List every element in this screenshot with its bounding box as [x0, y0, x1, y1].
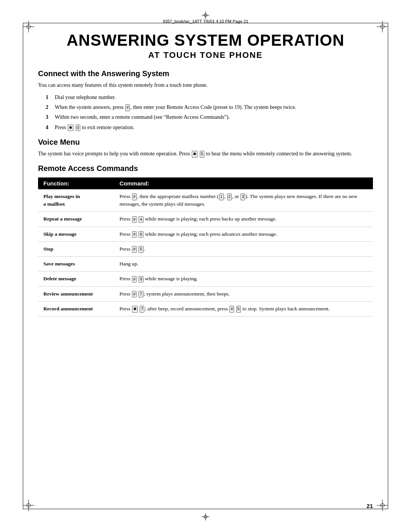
step-4-num: 4 — [46, 123, 51, 132]
reg-mark-tr — [377, 21, 388, 32]
col-function-header: Function: — [38, 177, 114, 189]
command-cell: Hang up. — [114, 257, 373, 272]
border-right — [388, 23, 388, 509]
remote-access-heading: Remote Access Commands — [38, 164, 373, 173]
table-row: Record announcement Press ✱ 7; after bee… — [38, 301, 373, 316]
function-cell: Skip a message — [38, 227, 114, 241]
command-cell: Press # 5. — [114, 241, 373, 256]
voice-menu-text: The system has voice prompts to help you… — [38, 150, 373, 158]
key-7-r8: 7 — [140, 306, 144, 312]
key-star-r8: ✱ — [132, 306, 138, 312]
function-cell: Review announcement — [38, 286, 114, 301]
page-container: 9357_book/wc_1ATT 7/6/01 4:10 PM Page 21… — [0, 0, 411, 532]
function-cell: Save messages — [38, 257, 114, 272]
crosshair-bottom — [202, 513, 209, 521]
key-hash-r1: # — [132, 193, 137, 200]
step-1-num: 1 — [46, 93, 51, 102]
key-hash-r3: # — [132, 231, 137, 238]
table-row: Save messages Hang up. — [38, 257, 373, 272]
table-row: Play messages ina mailbox Press #, then … — [38, 189, 373, 212]
key-hash-r4: # — [132, 246, 137, 252]
connect-steps-list: 1 Dial your telephone number. 2 When the… — [46, 93, 373, 132]
key-7: 7 — [139, 291, 143, 297]
step-3: 3 Within two seconds, enter a remote com… — [46, 113, 373, 121]
command-cell: Press #, then the appropriate mailbox nu… — [114, 189, 373, 212]
border-top — [23, 23, 388, 23]
voice-menu-heading: Voice Menu — [38, 138, 373, 147]
table-header-row: Function: Command: — [38, 177, 373, 189]
function-cell: Delete message — [38, 272, 114, 286]
key-star-0: ✱ — [68, 125, 73, 131]
key-5: 5 — [200, 151, 204, 157]
key-5-r8: 5 — [236, 306, 241, 312]
key-hash-r2: # — [132, 216, 137, 223]
step-1: 1 Dial your telephone number. — [46, 93, 373, 102]
key-6: 6 — [139, 231, 143, 238]
function-cell: Record announcement — [38, 301, 114, 316]
reg-mark-br — [377, 500, 388, 511]
main-title: ANSWERING SYSTEM OPERATION — [38, 31, 373, 50]
key-hash: # — [125, 104, 130, 111]
col-command-header: Command: — [114, 177, 373, 189]
table-row: Stop Press # 5. — [38, 241, 373, 256]
command-cell: Press # 7; system plays announcement, th… — [114, 286, 373, 301]
command-cell: Press # 6 while message is playing; each… — [114, 227, 373, 241]
commands-table: Function: Command: Play messages ina mai… — [38, 177, 373, 316]
function-cell: Repeat a message — [38, 212, 114, 227]
command-cell: Press # 9 while message is playing. — [114, 272, 373, 286]
connect-heading: Connect with the Answering System — [38, 69, 373, 78]
key-star: ✱ — [192, 151, 198, 157]
connect-intro: You can access many features of this sys… — [38, 81, 373, 89]
step-1-text: Dial your telephone number. — [55, 93, 116, 102]
command-cell: Press # 4 while message is playing; each… — [114, 212, 373, 227]
table-row: Delete message Press # 9 while message i… — [38, 272, 373, 286]
key-9: 9 — [139, 276, 143, 283]
sub-title: AT TOUCH TONE PHONE — [38, 50, 373, 60]
crosshair-top — [202, 11, 209, 19]
table-row: Review announcement Press # 7; system pl… — [38, 286, 373, 301]
step-2: 2 When the system answers, press #, then… — [46, 103, 373, 112]
border-left — [23, 23, 23, 509]
key-2: 2 — [227, 193, 232, 200]
function-cell: Stop — [38, 241, 114, 256]
key-3: 3 — [241, 193, 245, 200]
reg-mark-tl — [23, 21, 34, 32]
step-3-num: 3 — [46, 113, 51, 121]
key-hash-r7: # — [132, 291, 137, 297]
border-bottom — [23, 509, 388, 509]
key-hash-r8: # — [229, 306, 234, 312]
key-4: 4 — [139, 216, 143, 223]
function-cell: Play messages ina mailbox — [38, 189, 114, 212]
key-1: 1 — [219, 193, 224, 200]
reg-mark-bl — [23, 500, 34, 511]
key-hash-r6: # — [132, 276, 137, 283]
step-4-text: Press ✱ 0 to exit remote operation. — [55, 123, 134, 132]
step-4: 4 Press ✱ 0 to exit remote operation. — [46, 123, 373, 132]
key-0: 0 — [76, 125, 80, 131]
table-row: Skip a message Press # 6 while message i… — [38, 227, 373, 241]
page-number: 21 — [366, 503, 373, 509]
step-2-num: 2 — [46, 103, 51, 112]
step-3-text: Within two seconds, enter a remote comma… — [55, 113, 230, 121]
command-cell: Press ✱ 7; after beep, record announceme… — [114, 301, 373, 316]
table-row: Repeat a message Press # 4 while message… — [38, 212, 373, 227]
key-5-r4: 5 — [139, 246, 143, 252]
step-2-text: When the system answers, press #, then e… — [55, 103, 296, 112]
